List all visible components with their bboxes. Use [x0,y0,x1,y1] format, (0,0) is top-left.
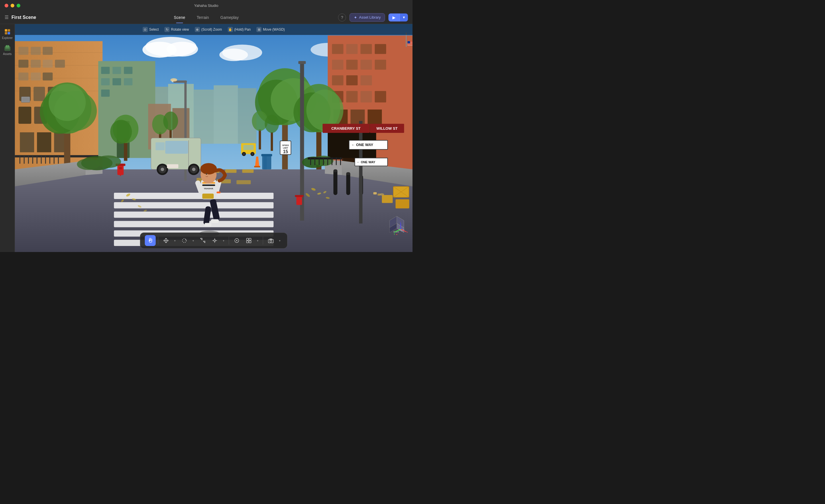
zoom-tool[interactable]: ⊕ (Scroll) Zoom [195,27,222,32]
svg-rect-168 [333,169,338,195]
svg-rect-63 [101,78,110,85]
window-controls [5,4,20,7]
assets-icon [4,44,11,52]
snap-tool-button[interactable] [231,235,242,246]
camera-tool-button[interactable] [266,235,277,246]
svg-point-199 [251,153,253,155]
rotate-group: ▾ [179,235,196,246]
nav-tabs: Scene Terrain Gameplay [168,13,244,22]
svg-rect-31 [18,60,28,68]
hamburger-menu[interactable]: ☰ [5,15,9,20]
svg-rect-229 [308,158,342,160]
svg-rect-179 [156,142,165,150]
svg-point-266 [214,240,216,241]
tab-gameplay[interactable]: Gameplay [215,13,244,22]
svg-line-260 [395,229,401,232]
sidebar-item-explorer[interactable]: Explorer [1,26,14,41]
svg-rect-82 [332,75,344,85]
tab-scene[interactable]: Scene [168,13,191,22]
svg-rect-43 [20,132,34,152]
scale-tool-button[interactable] [197,235,208,246]
svg-rect-175 [264,155,267,170]
svg-rect-2 [5,32,7,34]
svg-rect-169 [333,169,338,172]
tab-terrain[interactable]: Terrain [191,13,215,22]
grid-dropdown[interactable]: ▾ [255,235,261,246]
svg-point-186 [192,168,195,171]
svg-rect-32 [31,60,41,68]
play-dropdown-button[interactable]: ▼ [400,13,408,21]
svg-point-240 [77,159,100,170]
svg-rect-202 [205,223,211,227]
svg-rect-273 [247,238,249,240]
grid-tool-button[interactable] [243,235,254,246]
svg-rect-167 [295,195,304,197]
svg-rect-66 [101,90,110,97]
svg-point-183 [161,168,164,171]
svg-point-125 [163,111,178,130]
move-dropdown[interactable]: ▾ [172,235,178,246]
rotate-tool-button[interactable] [179,235,190,246]
svg-text:y: y [394,231,395,233]
svg-point-197 [243,153,245,155]
svg-rect-37 [43,72,53,80]
pan-tool[interactable]: ✋ (Hold) Pan [228,27,251,32]
svg-text:← ONE WAY: ← ONE WAY [352,143,374,147]
sidebar-item-assets[interactable]: Assets [1,43,14,57]
svg-point-213 [206,173,207,175]
transform-group: ▾ [209,235,227,246]
svg-text:WILLOW ST: WILLOW ST [376,126,398,131]
maximize-button[interactable] [17,4,20,7]
separator-1 [158,237,158,245]
rotate-view-tool[interactable]: ↻ Rotate view [164,27,189,32]
hand-tool-button[interactable] [145,235,156,246]
svg-text:x: x [407,231,408,233]
transform-dropdown[interactable]: ▾ [221,235,227,246]
close-button[interactable] [5,4,8,7]
svg-rect-276 [249,241,251,243]
move-icon: ⊞ [256,27,261,32]
svg-text:YAHAHA: YAHAHA [204,187,213,190]
svg-rect-29 [31,47,41,55]
zoom-icon: ⊕ [195,27,200,32]
gizmo-axes: x y z [394,222,408,236]
minimize-button[interactable] [11,4,14,7]
scene-title: First Scene [11,15,36,20]
svg-rect-80 [360,60,372,70]
svg-rect-141 [114,193,274,199]
help-button[interactable]: ? [338,13,346,21]
app-title: Yahaha Studio [194,3,218,8]
main-area: Explorer Assets ⊙ Select ↻ [0,24,412,252]
svg-point-214 [206,174,207,174]
svg-rect-84 [360,75,372,85]
svg-rect-205 [202,184,215,186]
svg-rect-144 [114,221,274,227]
svg-rect-46 [21,97,30,102]
svg-rect-65 [124,78,133,85]
svg-rect-275 [247,241,249,243]
svg-rect-83 [346,75,358,85]
svg-point-272 [236,240,237,241]
play-button[interactable]: ▶ [388,13,400,21]
svg-rect-78 [332,60,344,70]
camera-dropdown[interactable]: ▾ [277,235,283,246]
play-button-group: ▶ ▼ [388,13,408,21]
svg-rect-36 [31,72,41,80]
svg-rect-20 [194,90,214,144]
move-tool-button[interactable] [161,235,171,246]
titlebar: Yahaha Studio [0,0,412,11]
svg-rect-189 [254,166,260,168]
svg-rect-187 [167,164,178,168]
move-tool[interactable]: ⊞ Move (WASD) [256,27,285,32]
svg-rect-88 [375,91,386,102]
transform-tool-button[interactable] [209,235,220,246]
topnav: ☰ First Scene Scene Terrain Gameplay ? ✦… [0,11,412,24]
svg-text:LIMIT: LIMIT [283,147,289,149]
viewport[interactable]: ⊙ Select ↻ Rotate view ⊕ (Scroll) Zoom ✋… [15,24,412,252]
svg-text:← ONE WAY: ← ONE WAY [357,160,375,164]
svg-rect-103 [407,45,412,45]
select-tool[interactable]: ⊙ Select [143,27,159,32]
rotate-dropdown[interactable]: ▾ [191,235,196,246]
asset-library-button[interactable]: ✦ Asset Library [350,13,385,22]
svg-rect-41 [18,107,31,124]
